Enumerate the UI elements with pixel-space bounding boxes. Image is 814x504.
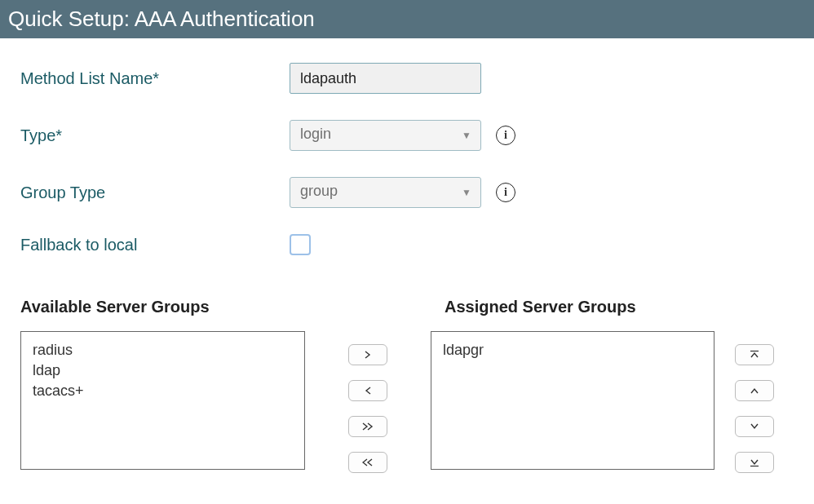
row-fallback: Fallback to local (20, 234, 794, 255)
row-group-type: Group Type group ▼ i (20, 177, 794, 208)
group-type-select[interactable]: group (290, 177, 481, 208)
group-type-label: Group Type (20, 183, 290, 202)
fallback-checkbox[interactable] (290, 234, 311, 255)
list-item[interactable]: tacacs+ (33, 381, 293, 401)
row-method-list-name: Method List Name* (20, 63, 794, 94)
move-all-right-button[interactable] (348, 416, 387, 437)
type-label: Type* (20, 126, 290, 145)
form-area: Method List Name* Type* login ▼ i Group … (0, 38, 814, 298)
type-info-icon[interactable]: i (496, 126, 515, 145)
list-item[interactable]: ldap (33, 360, 293, 381)
order-buttons (714, 331, 794, 473)
row-type: Type* login ▼ i (20, 120, 794, 151)
page-title: Quick Setup: AAA Authentication (8, 7, 315, 31)
assigned-groups-header: Assigned Server Groups (445, 298, 636, 316)
move-left-button[interactable] (348, 380, 387, 401)
type-select[interactable]: login (290, 120, 481, 151)
move-up-button[interactable] (735, 380, 774, 401)
group-type-info-icon[interactable]: i (496, 183, 515, 202)
groups-section: Available Server Groups Assigned Server … (0, 298, 814, 473)
method-list-name-input[interactable] (290, 63, 481, 94)
move-down-button[interactable] (735, 416, 774, 437)
fallback-label: Fallback to local (20, 236, 290, 254)
move-right-button[interactable] (348, 344, 387, 365)
move-all-left-button[interactable] (348, 452, 387, 473)
available-groups-header: Available Server Groups (20, 298, 445, 316)
assigned-groups-listbox[interactable]: ldapgr (431, 331, 715, 470)
transfer-buttons (305, 331, 431, 473)
move-top-button[interactable] (735, 344, 774, 365)
page-header: Quick Setup: AAA Authentication (0, 0, 814, 38)
method-list-name-label: Method List Name* (20, 69, 290, 88)
list-item[interactable]: ldapgr (443, 340, 703, 360)
move-bottom-button[interactable] (735, 452, 774, 473)
list-item[interactable]: radius (33, 340, 293, 360)
available-groups-listbox[interactable]: radiusldaptacacs+ (20, 331, 305, 470)
